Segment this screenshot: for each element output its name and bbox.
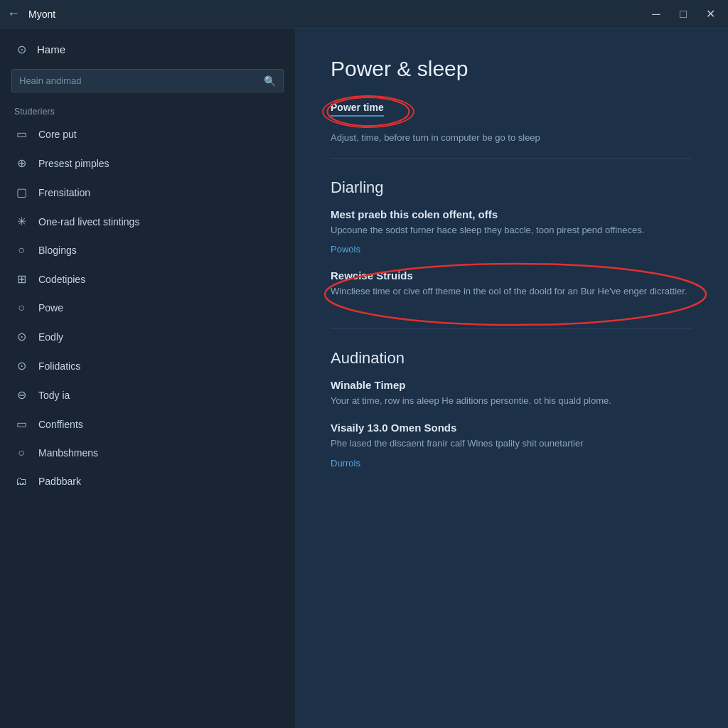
- sidebar-item-label: One-rad livect stintings: [38, 216, 139, 228]
- sidebar-item-manbshmens[interactable]: ○ Manbshmens: [0, 439, 295, 467]
- sidebar-item-blogings[interactable]: ○ Blogings: [0, 236, 295, 264]
- sidebar-item-folidatics[interactable]: ⊙ Folidatics: [0, 351, 295, 380]
- tody-ia-icon: ⊖: [14, 388, 28, 402]
- folidatics-icon: ⊙: [14, 359, 28, 373]
- conffients-icon: ▭: [14, 417, 28, 431]
- section1-subtitle: Adjust, time, before turn in computer be…: [331, 131, 692, 145]
- sidebar-item-eodly[interactable]: ⊙ Eodly: [0, 322, 295, 351]
- power-time-wrapper: Power time: [331, 101, 384, 118]
- blogings-icon: ○: [14, 244, 28, 257]
- sidebar-item-label: Folidatics: [38, 360, 80, 372]
- eodly-icon: ⊙: [14, 330, 28, 343]
- item3-desc: Your at time, row ins aleep He aditions …: [331, 394, 692, 408]
- back-button[interactable]: ←: [7, 6, 20, 21]
- core-put-icon: ▭: [14, 127, 28, 141]
- rewcise-block: Rewcise Struids Wincliese time or cive o…: [331, 269, 692, 301]
- item4-title: Visaily 13.0 Omen Sonds: [331, 422, 692, 434]
- sidebar-item-core-put[interactable]: ▭ Core put: [0, 119, 295, 149]
- search-input[interactable]: [12, 70, 257, 92]
- power-time-label: Power time: [331, 102, 384, 117]
- item2-desc: Wincliese time or cive off theme in the …: [331, 284, 692, 299]
- sidebar: ⊙ Hame 🔍 Studeriers ▭ Core put ⊕ Presest…: [0, 28, 295, 728]
- item4-desc: Phe lased the discaent franir calf Wines…: [331, 437, 692, 451]
- main-layout: ⊙ Hame 🔍 Studeriers ▭ Core put ⊕ Presest…: [0, 28, 728, 728]
- one-rad-icon: ✳: [14, 215, 28, 228]
- item4-link[interactable]: Durrols: [331, 458, 360, 469]
- presest-icon: ⊕: [14, 156, 28, 170]
- sidebar-item-padbbark[interactable]: 🗂 Padbbark: [0, 467, 295, 496]
- sidebar-item-label: Manbshmens: [38, 447, 98, 459]
- sidebar-item-label: Tody ia: [38, 390, 70, 401]
- search-icon: 🔍: [257, 75, 283, 87]
- sidebar-item-powe[interactable]: ○ Powe: [0, 294, 295, 322]
- sidebar-item-label: Core put: [38, 129, 77, 140]
- sidebar-item-label: Conffients: [38, 419, 83, 430]
- item-block-1: Mest praeb this colen offent, offs Upcou…: [331, 208, 692, 256]
- search-box[interactable]: 🔍: [11, 69, 284, 92]
- divider2: [331, 328, 692, 329]
- frensitation-icon: ▢: [14, 186, 28, 199]
- close-button[interactable]: ✕: [700, 4, 721, 25]
- sidebar-item-label: Presest pimples: [38, 158, 109, 169]
- sidebar-item-tody-ia[interactable]: ⊖ Tody ia: [0, 380, 295, 410]
- maximize-button[interactable]: □: [673, 4, 694, 25]
- section-label: Studeriers: [0, 101, 295, 119]
- page-title: Power & sleep: [331, 57, 692, 81]
- item3-title: Winable Timep: [331, 379, 692, 391]
- sidebar-item-label: Powe: [38, 302, 63, 314]
- subsection1-title: Diarling: [331, 178, 692, 197]
- home-label: Hame: [37, 43, 65, 55]
- item-block-4: Visaily 13.0 Omen Sonds Phe lased the di…: [331, 422, 692, 469]
- sidebar-item-codetipies[interactable]: ⊞ Codetipies: [0, 264, 295, 294]
- sidebar-item-label: Frensitation: [38, 187, 90, 198]
- padbbark-icon: 🗂: [14, 475, 28, 488]
- manbshmens-icon: ○: [14, 446, 28, 459]
- codetipies-icon: ⊞: [14, 272, 28, 286]
- minimize-button[interactable]: ─: [646, 4, 667, 25]
- content-panel: Power & sleep Power time Adjust, time, b…: [295, 28, 728, 728]
- item-block-3: Winable Timep Your at time, row ins alee…: [331, 379, 692, 408]
- divider1: [331, 158, 692, 159]
- sidebar-item-label: Padbbark: [38, 476, 81, 487]
- sidebar-item-label: Blogings: [38, 245, 77, 256]
- subsection2-title: Audination: [331, 349, 692, 368]
- item1-link[interactable]: Powols: [331, 244, 360, 255]
- titlebar: ← Myont ─ □ ✕: [0, 0, 728, 28]
- item2-title: Rewcise Struids: [331, 269, 692, 282]
- item1-desc: Upcoune the sodst furner hace sleep they…: [331, 223, 692, 237]
- home-icon: ⊙: [14, 43, 28, 56]
- titlebar-title: Myont: [28, 9, 646, 20]
- sidebar-item-conffients[interactable]: ▭ Conffients: [0, 410, 295, 439]
- item1-title: Mest praeb this colen offent, offs: [331, 208, 692, 220]
- sidebar-item-presest-pimples[interactable]: ⊕ Presest pimples: [0, 149, 295, 178]
- sidebar-item-label: Codetipies: [38, 274, 85, 285]
- sidebar-home[interactable]: ⊙ Hame: [0, 36, 295, 63]
- sidebar-item-frensitation[interactable]: ▢ Frensitation: [0, 178, 295, 207]
- powe-icon: ○: [14, 301, 28, 314]
- sidebar-item-one-rad[interactable]: ✳ One-rad livect stintings: [0, 207, 295, 236]
- sidebar-item-label: Eodly: [38, 331, 63, 343]
- window-controls: ─ □ ✕: [646, 4, 721, 25]
